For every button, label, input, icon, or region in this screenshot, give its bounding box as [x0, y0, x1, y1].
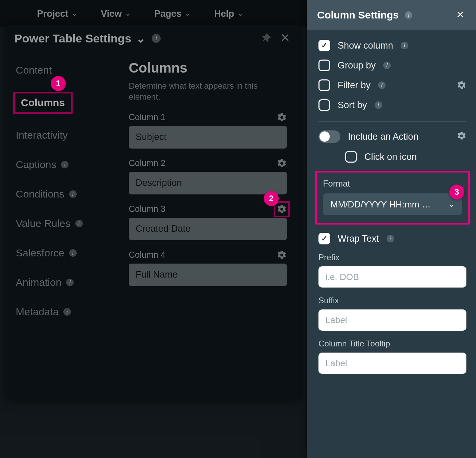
menu-view[interactable]: View⌄	[101, 9, 130, 19]
tooltip-input[interactable]	[318, 353, 466, 374]
tab-animation[interactable]: Animationi	[13, 275, 76, 290]
column-label: Column 4	[129, 250, 165, 260]
callout-3: 3	[449, 185, 464, 200]
info-icon: i	[66, 279, 74, 286]
column-settings-title: Column Settings	[317, 9, 399, 21]
suffix-block: Suffix	[318, 296, 466, 331]
tab-interactivity[interactable]: Interactivity	[13, 127, 71, 143]
click-on-icon-checkbox[interactable]	[345, 151, 357, 163]
format-value: MM/DD/YYYY HH:mm …	[330, 199, 431, 210]
info-icon: i	[75, 220, 83, 227]
tab-metadata[interactable]: Metadatai	[13, 304, 74, 320]
columns-heading: Columns	[129, 60, 287, 76]
filter-by-row: Filter by i	[318, 79, 466, 91]
close-icon[interactable]	[279, 32, 292, 45]
info-icon[interactable]: i	[387, 235, 394, 242]
show-column-label: Show column	[338, 40, 393, 51]
chevron-down-icon: ⌄	[72, 10, 77, 17]
tab-salesforce[interactable]: Salesforcei	[13, 245, 79, 261]
tab-captions[interactable]: Captionsi	[13, 157, 71, 173]
format-label: Format	[323, 179, 462, 189]
chevron-down-icon: ⌄	[125, 10, 130, 17]
gear-icon[interactable]	[457, 131, 466, 142]
tab-conditions[interactable]: Conditionsi	[13, 186, 79, 202]
chevron-down-icon: ⌄	[449, 200, 454, 208]
column-block-2: Column 2 Description	[129, 158, 287, 194]
column-settings-header: Column Settings i	[307, 0, 476, 30]
suffix-label: Suffix	[318, 296, 466, 305]
prefix-label: Prefix	[318, 253, 466, 262]
chevron-down-icon: ⌄	[136, 31, 146, 45]
info-icon[interactable]: i	[378, 81, 386, 89]
info-icon[interactable]: i	[152, 34, 161, 43]
column-label: Column 1	[129, 112, 165, 122]
column-value[interactable]: Full Name	[129, 264, 287, 286]
column-value[interactable]: Created Date	[129, 218, 287, 240]
sort-by-checkbox[interactable]	[318, 99, 330, 111]
format-select[interactable]: MM/DD/YYYY HH:mm … ⌄	[323, 193, 462, 215]
show-column-checkbox[interactable]	[318, 40, 330, 51]
group-by-row: Group by i	[318, 60, 466, 71]
info-icon[interactable]: i	[401, 42, 408, 49]
info-icon[interactable]: i	[405, 11, 412, 19]
info-icon: i	[61, 161, 68, 168]
gear-icon[interactable]	[277, 112, 287, 123]
gear-icon[interactable]	[277, 204, 287, 214]
tooltip-block: Column Title Tooltip	[318, 339, 466, 374]
group-by-checkbox[interactable]	[318, 60, 330, 71]
wrap-text-checkbox[interactable]	[318, 233, 330, 244]
callout-2: 2	[264, 191, 279, 206]
column-settings-panel: Column Settings i Show column i Group by…	[307, 0, 476, 458]
column-block-3: Column 3 Created Date	[129, 204, 287, 240]
info-icon: i	[69, 190, 77, 198]
column-label: Column 2	[129, 158, 165, 168]
include-action-row: Include an Action	[318, 130, 466, 143]
click-on-icon-row: Click on icon	[345, 151, 466, 163]
filter-by-label: Filter by	[338, 80, 371, 91]
power-table-settings-panel: Power Table Settings ⌄ i Content Columns…	[5, 25, 301, 400]
sort-by-label: Sort by	[338, 100, 367, 111]
column-block-4: Column 4 Full Name	[129, 250, 287, 286]
info-icon: i	[69, 249, 77, 257]
suffix-input[interactable]	[318, 309, 466, 331]
group-by-label: Group by	[338, 60, 376, 71]
prefix-block: Prefix	[318, 253, 466, 288]
tab-columns[interactable]: Columns	[13, 92, 73, 114]
close-icon[interactable]	[455, 10, 466, 21]
callout-1: 1	[51, 76, 66, 91]
column-label: Column 3	[129, 204, 165, 214]
tab-value-rules[interactable]: Value Rulesi	[13, 216, 86, 231]
gear-icon[interactable]	[457, 80, 466, 90]
click-on-icon-label: Click on icon	[364, 152, 417, 162]
pin-icon[interactable]	[262, 33, 273, 44]
chevron-down-icon: ⌄	[185, 10, 190, 17]
menu-pages[interactable]: Pages⌄	[154, 9, 190, 19]
gear-icon[interactable]	[277, 250, 287, 260]
columns-area: Columns Determine what text appears in t…	[114, 52, 301, 400]
prefix-input[interactable]	[318, 266, 466, 288]
tab-content[interactable]: Content	[13, 62, 54, 78]
column-value[interactable]: Description	[129, 172, 287, 194]
chevron-down-icon: ⌄	[238, 10, 243, 17]
menubar: Project⌄ View⌄ Pages⌄ Help⌄	[0, 0, 308, 27]
wrap-text-label: Wrap Text	[338, 233, 379, 244]
divider	[318, 121, 466, 122]
info-icon[interactable]: i	[375, 101, 382, 109]
gear-icon[interactable]	[277, 158, 287, 168]
filter-by-checkbox[interactable]	[318, 79, 330, 91]
columns-desc: Determine what text appears in this elem…	[129, 80, 276, 103]
info-icon[interactable]: i	[383, 62, 391, 69]
column-value[interactable]: Subject	[129, 126, 287, 149]
menu-help[interactable]: Help⌄	[214, 9, 243, 19]
menu-project[interactable]: Project⌄	[37, 9, 77, 19]
wrap-text-row: Wrap Text i	[318, 233, 466, 244]
side-tabs: Content Columns Interactivity Captionsi …	[5, 52, 114, 400]
sort-by-row: Sort by i	[318, 99, 466, 111]
panel-title[interactable]: Power Table Settings ⌄	[14, 31, 146, 45]
column-block-1: Column 1 Subject	[129, 112, 287, 149]
show-column-row: Show column i	[318, 40, 466, 51]
info-icon: i	[63, 308, 71, 316]
format-section: Format MM/DD/YYYY HH:mm … ⌄	[315, 171, 470, 225]
panel-header: Power Table Settings ⌄ i	[5, 25, 301, 52]
include-action-toggle[interactable]	[318, 130, 340, 143]
